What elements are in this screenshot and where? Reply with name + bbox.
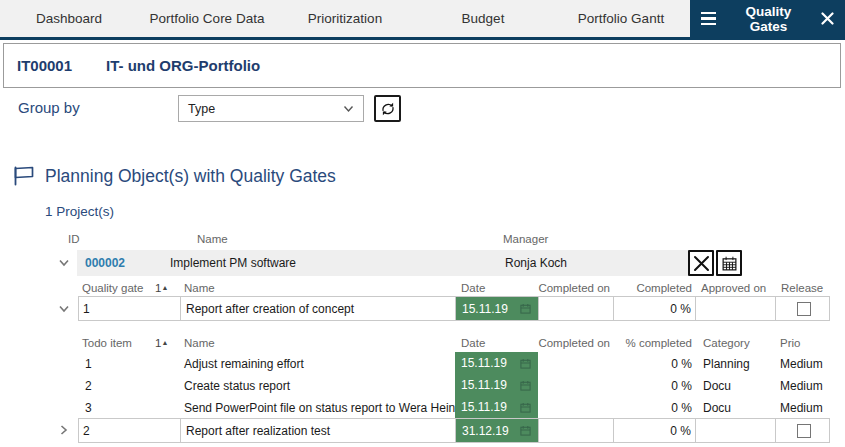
calendar-button[interactable] <box>716 250 742 276</box>
todo-pct: 0 % <box>613 401 692 415</box>
active-tab-label: Quality Gates <box>726 4 811 34</box>
tab-bar: Dashboard Portfolio Core Data Prioritiza… <box>0 0 845 40</box>
gate-release-cell <box>776 297 831 320</box>
todo-pct: 0 % <box>613 379 692 393</box>
todo-prio: Medium <box>780 379 823 393</box>
todo-prio: Medium <box>780 357 823 371</box>
portfolio-name: IT- und ORG-Portfolio <box>106 44 260 87</box>
gate-date-cell[interactable]: 15.11.19 <box>456 297 539 320</box>
calendar-icon[interactable] <box>520 425 531 436</box>
todo-category: Planning <box>703 357 750 371</box>
expand-chevron-icon[interactable] <box>58 424 70 436</box>
tab-prioritization[interactable]: Prioritization <box>276 0 414 37</box>
todo-category: Docu <box>703 379 731 393</box>
close-icon[interactable] <box>821 12 834 25</box>
tab-quality-gates-active[interactable]: Quality Gates <box>690 0 845 37</box>
col-header-id: ID <box>68 233 80 245</box>
todo-name: Adjust remaining effort <box>184 357 304 371</box>
tab-budget[interactable]: Budget <box>414 0 552 37</box>
gate-number: 2 <box>79 419 181 442</box>
calendar-icon <box>721 255 738 272</box>
col-header-manager: Manager <box>503 233 548 245</box>
portfolio-id: IT00001 <box>17 44 72 87</box>
project-manager: Ronja Koch <box>505 256 567 270</box>
qg-col-release: Release <box>781 282 823 294</box>
todo-number: 3 <box>85 401 92 415</box>
release-checkbox[interactable] <box>797 302 811 316</box>
quality-gate-row[interactable]: 1 Report after creation of concept 15.11… <box>78 296 830 321</box>
group-by-selected-value: Type <box>188 102 343 116</box>
qg-col-name: Name <box>184 282 215 294</box>
tab-dashboard[interactable]: Dashboard <box>0 0 138 37</box>
todo-sort-indicator[interactable]: 1▲ <box>155 337 168 349</box>
gate-completed-pct: 0 % <box>614 297 696 320</box>
gate-date: 15.11.19 <box>462 302 508 316</box>
todo-date: 15.11.19 <box>461 356 507 370</box>
project-row[interactable] <box>77 250 688 276</box>
todo-name: Create status report <box>184 379 290 393</box>
qg-col-completed: Completed <box>613 282 692 294</box>
qg-col-completed-on: Completed on <box>538 282 610 294</box>
refresh-icon <box>379 100 397 118</box>
qg-col-gate: Quality gate <box>82 282 143 294</box>
qg-col-approved-on: Approved on <box>701 282 766 294</box>
todo-date: 15.11.19 <box>461 378 507 392</box>
todo-name: Send PowerPoint file on status report to… <box>184 401 462 415</box>
portfolio-header: IT00001 IT- und ORG-Portfolio <box>3 43 841 88</box>
todo-col-category: Category <box>703 337 750 349</box>
tab-strip: Dashboard Portfolio Core Data Prioritiza… <box>0 0 690 37</box>
section-title: Planning Object(s) with Quality Gates <box>45 166 336 187</box>
section-heading: Planning Object(s) with Quality Gates <box>12 165 336 187</box>
refresh-button[interactable] <box>374 95 401 122</box>
sort-asc-icon: ▲ <box>161 284 168 291</box>
todo-col-pct-completed: % completed <box>613 337 692 349</box>
delete-button[interactable] <box>688 250 714 276</box>
flag-icon <box>12 165 36 187</box>
tab-portfolio-core-data[interactable]: Portfolio Core Data <box>138 0 276 37</box>
gate-completed-pct: 0 % <box>614 419 696 442</box>
delete-icon <box>693 255 710 272</box>
gate-date: 31.12.19 <box>462 424 509 438</box>
col-header-name: Name <box>197 233 228 245</box>
sort-asc-icon: ▲ <box>161 339 168 346</box>
gate-completed-on <box>539 419 614 442</box>
calendar-icon[interactable] <box>520 402 531 413</box>
todo-date-cell[interactable]: 15.11.19 <box>455 352 538 374</box>
collapse-chevron-icon[interactable] <box>58 303 70 315</box>
todo-col-completed-on: Completed on <box>538 337 610 349</box>
todo-pct: 0 % <box>613 357 692 371</box>
gate-release-cell <box>776 419 831 442</box>
projects-count: 1 Project(s) <box>45 204 114 219</box>
release-checkbox[interactable] <box>797 424 811 438</box>
todo-number: 1 <box>85 357 92 371</box>
gate-completed-on <box>539 297 614 320</box>
project-id-link[interactable]: 000002 <box>85 256 125 270</box>
todo-col-name: Name <box>184 337 215 349</box>
quality-gates-page: Dashboard Portfolio Core Data Prioritiza… <box>0 0 845 447</box>
group-by-label: Group by <box>18 99 80 116</box>
hamburger-icon[interactable] <box>701 12 716 26</box>
quality-gate-row[interactable]: 2 Report after realization test 31.12.19… <box>78 418 830 443</box>
calendar-icon[interactable] <box>520 380 531 391</box>
todo-date-cell[interactable]: 15.11.19 <box>455 374 538 396</box>
gate-approved-on <box>696 297 776 320</box>
todo-col-date: Date <box>461 337 485 349</box>
project-name: Implement PM software <box>170 256 296 270</box>
gate-number: 1 <box>79 297 181 320</box>
collapse-chevron-icon[interactable] <box>58 257 70 269</box>
gate-name: Report after realization test <box>181 419 456 442</box>
todo-prio: Medium <box>780 401 823 415</box>
todo-date-cell[interactable]: 15.11.19 <box>455 396 538 418</box>
todo-number: 2 <box>85 379 92 393</box>
group-by-select[interactable]: Type <box>178 95 364 122</box>
tabbar-accent-line <box>0 37 845 40</box>
todo-col-prio: Prio <box>780 337 800 349</box>
gate-date-cell[interactable]: 31.12.19 <box>456 419 539 442</box>
tab-portfolio-gantt[interactable]: Portfolio Gantt <box>552 0 690 37</box>
qg-sort-indicator[interactable]: 1▲ <box>155 282 168 294</box>
calendar-icon[interactable] <box>520 358 531 369</box>
todo-category: Docu <box>703 401 731 415</box>
qg-col-date: Date <box>461 282 485 294</box>
calendar-icon[interactable] <box>520 303 531 314</box>
gate-name: Report after creation of concept <box>181 297 456 320</box>
